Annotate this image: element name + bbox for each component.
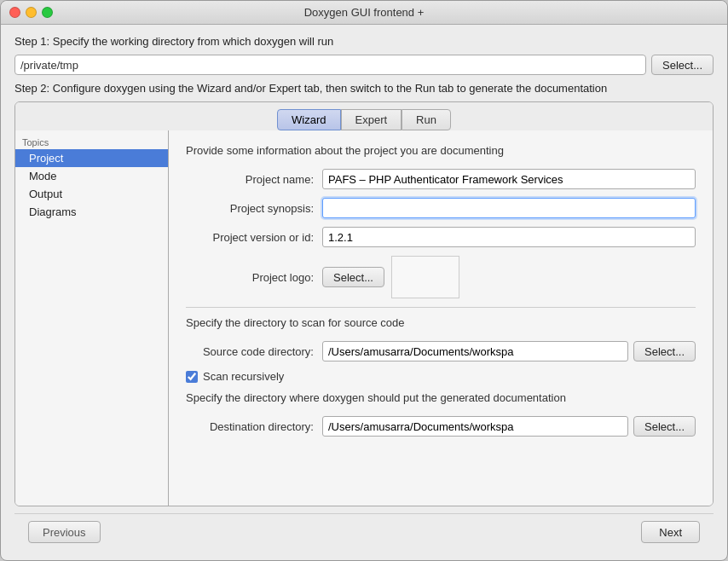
wizard-content: Provide some information about the proje…: [169, 130, 713, 506]
project-synopsis-row: Project synopsis:: [186, 198, 696, 218]
dest-section-title: Specify the directory where doxygen shou…: [186, 391, 696, 404]
step1-label: Step 1: Specify the working directory fr…: [14, 35, 714, 48]
source-dir-label: Source code directory:: [186, 345, 322, 358]
sidebar-item-diagrams[interactable]: Diagrams: [15, 203, 168, 221]
project-name-input[interactable]: [322, 169, 696, 189]
info-section-title: Provide some information about the proje…: [186, 144, 696, 157]
titlebar: Doxygen GUI frontend +: [1, 1, 727, 25]
project-version-label: Project version or id:: [186, 231, 322, 244]
project-logo-label: Project logo:: [186, 271, 322, 284]
working-dir-input[interactable]: [14, 55, 646, 75]
working-dir-select-button[interactable]: Select...: [651, 55, 714, 75]
project-version-input[interactable]: [322, 227, 696, 247]
logo-preview: [391, 256, 459, 298]
panel-body: Topics Project Mode Output Diagrams Prov…: [15, 130, 713, 506]
tabs-bar: Wizard Expert Run: [15, 102, 713, 130]
dest-dir-label: Destination directory:: [186, 420, 322, 433]
minimize-button[interactable]: [26, 7, 37, 18]
bottom-bar: Previous Next: [14, 513, 714, 550]
main-panel: Wizard Expert Run Topics Project Mode Ou…: [14, 101, 714, 506]
sidebar-header: Topics: [15, 134, 168, 149]
project-synopsis-input[interactable]: [322, 198, 696, 218]
scan-recursive-row: Scan recursively: [186, 370, 696, 383]
project-logo-row: Project logo: Select...: [186, 256, 696, 298]
source-dir-row: Source code directory: Select...: [186, 341, 696, 361]
source-select-button[interactable]: Select...: [633, 341, 696, 361]
tab-wizard[interactable]: Wizard: [277, 109, 340, 130]
sidebar-item-mode[interactable]: Mode: [15, 167, 168, 185]
sidebar-item-project[interactable]: Project: [15, 149, 168, 167]
sidebar: Topics Project Mode Output Diagrams: [15, 130, 169, 506]
dest-dir-row: Destination directory: Select...: [186, 416, 696, 437]
tab-run[interactable]: Run: [402, 109, 451, 130]
project-version-row: Project version or id:: [186, 227, 696, 247]
project-synopsis-label: Project synopsis:: [186, 202, 322, 215]
scan-recursive-checkbox[interactable]: [186, 371, 198, 383]
tab-expert[interactable]: Expert: [341, 109, 402, 130]
dest-select-button[interactable]: Select...: [633, 416, 696, 437]
project-name-row: Project name:: [186, 169, 696, 189]
logo-row: Select...: [322, 256, 459, 298]
source-section-title: Specify the directory to scan for source…: [186, 316, 696, 329]
next-button[interactable]: Next: [641, 521, 700, 543]
window-title: Doxygen GUI frontend +: [304, 6, 425, 19]
divider-1: [186, 307, 696, 308]
window-controls: [9, 7, 53, 18]
main-window: Doxygen GUI frontend + Step 1: Specify t…: [0, 0, 728, 561]
logo-select-button[interactable]: Select...: [322, 267, 384, 287]
scan-recursive-label: Scan recursively: [203, 370, 284, 383]
content-area: Step 1: Specify the working directory fr…: [1, 25, 727, 560]
dest-dir-input[interactable]: [322, 416, 628, 437]
close-button[interactable]: [9, 7, 20, 18]
working-dir-row: Select...: [14, 55, 714, 75]
step2-label: Step 2: Configure doxygen using the Wiza…: [14, 82, 714, 95]
previous-button[interactable]: Previous: [28, 521, 101, 543]
maximize-button[interactable]: [42, 7, 53, 18]
sidebar-item-output[interactable]: Output: [15, 185, 168, 203]
source-dir-input[interactable]: [322, 341, 628, 361]
project-name-label: Project name:: [186, 173, 322, 186]
